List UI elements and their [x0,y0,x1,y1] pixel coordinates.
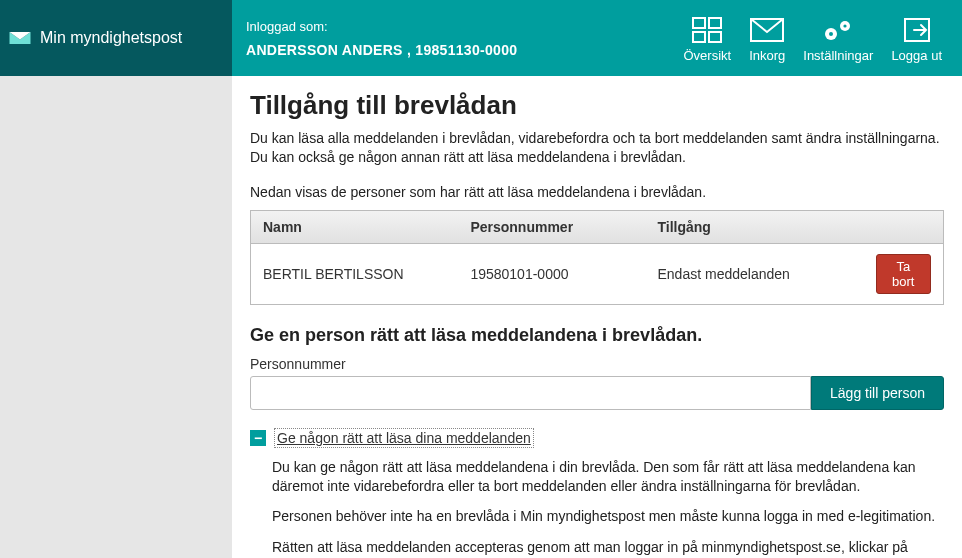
logout-icon [902,14,932,46]
table-row: BERTIL BERTILSSON 19580101-0000 Endast m… [251,243,944,304]
svg-rect-2 [693,32,705,42]
help-p2: Personen behöver inte ha en brevlåda i M… [272,507,944,526]
help-p1: Du kan ge någon rätt att läsa meddelande… [272,458,944,496]
top-nav: Översikt Inkorg Inställningar [675,10,950,67]
th-access: Tillgång [646,210,864,243]
nav-overview[interactable]: Översikt [675,10,739,67]
nav-inbox[interactable]: Inkorg [741,10,793,67]
sidebar: Min myndighetspost [0,0,232,558]
access-table: Namn Personnummer Tillgång BERTIL BERTIL… [250,210,944,305]
add-person-button[interactable]: Lägg till person [811,376,944,410]
nav-inbox-label: Inkorg [749,48,785,63]
page-description: Du kan läsa alla meddelanden i brevlådan… [250,129,944,167]
remove-button[interactable]: Ta bort [876,254,932,294]
header: Inloggad som: ANDERSSON ANDERS , 1985113… [232,0,962,76]
content: Tillgång till brevlådan Du kan läsa alla… [232,76,962,558]
help-body: Du kan ge någon rätt att läsa meddelande… [250,458,944,558]
envelope-icon [8,28,32,48]
th-pnr: Personnummer [458,210,645,243]
nav-settings[interactable]: Inställningar [795,10,881,67]
nav-logout[interactable]: Logga ut [883,10,950,67]
svg-point-7 [829,32,833,36]
mail-icon [749,14,785,46]
th-actions [864,210,944,243]
th-name: Namn [251,210,459,243]
page-subdescription: Nedan visas de personer som har rätt att… [250,183,944,202]
grid-icon [691,14,723,46]
page-title: Tillgång till brevlådan [250,90,944,121]
gears-icon [820,14,856,46]
brand-bar: Min myndighetspost [0,0,232,76]
app-title: Min myndighetspost [40,29,182,47]
logged-in-user: ANDERSSON ANDERS , 19851130-0000 [246,42,675,58]
cell-pnr: 19580101-0000 [458,243,645,304]
logged-in-label: Inloggad som: [246,19,675,34]
help-p3: Rätten att läsa meddelanden accepteras g… [272,538,944,558]
svg-rect-1 [709,18,721,28]
nav-logout-label: Logga ut [891,48,942,63]
grant-heading: Ge en person rätt att läsa meddelandena … [250,325,944,346]
svg-rect-3 [709,32,721,42]
nav-overview-label: Översikt [683,48,731,63]
cell-name: BERTIL BERTILSSON [251,243,459,304]
help-toggle[interactable]: − Ge någon rätt att läsa dina meddelande… [250,428,944,448]
help-toggle-label: Ge någon rätt att läsa dina meddelanden [274,428,534,448]
collapse-icon: − [250,430,266,446]
svg-rect-0 [693,18,705,28]
svg-point-8 [844,24,847,27]
pnr-input[interactable] [250,376,811,410]
pnr-label: Personnummer [250,356,944,372]
cell-access: Endast meddelanden [646,243,864,304]
nav-settings-label: Inställningar [803,48,873,63]
